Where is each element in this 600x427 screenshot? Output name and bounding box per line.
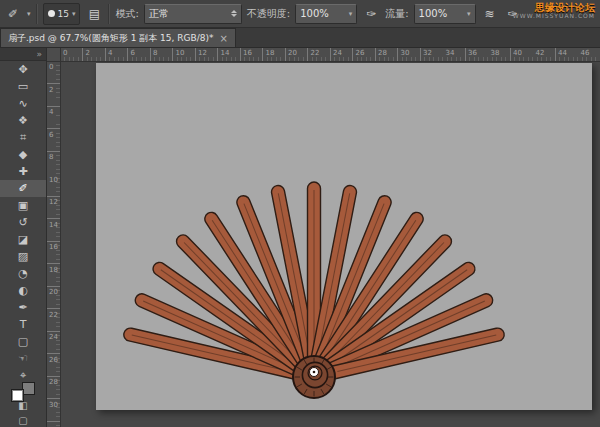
tool-dodge[interactable]: ◐ <box>0 282 46 299</box>
opacity-label: 不透明度: <box>247 7 290 21</box>
tool-blur[interactable]: ◔ <box>0 265 46 282</box>
separator <box>108 4 110 24</box>
ruler-label: 26 <box>356 49 365 57</box>
tab-bar: 扇子.psd @ 67.7%(圆角矩形 1 副本 15, RGB/8)* × <box>0 28 600 48</box>
opacity-value: 100% <box>300 8 329 19</box>
canvas[interactable] <box>96 63 592 410</box>
brush-size-value: 15 <box>58 9 69 19</box>
tool-type[interactable]: T <box>0 316 46 333</box>
tool-clone-stamp[interactable]: ▣ <box>0 197 46 214</box>
ruler-label: 14 <box>221 49 230 57</box>
mode-label: 模式: <box>115 7 138 21</box>
horizontal-ruler[interactable]: 0246810121416182022242628303234363840424… <box>61 48 600 62</box>
ruler-label: 12 <box>198 49 207 57</box>
ruler-label: 10 <box>49 176 58 184</box>
ruler-label: 46 <box>581 49 590 57</box>
tool-shape[interactable]: ▢ <box>0 333 46 350</box>
watermark-url: WWW.MISSYUAN.COM <box>513 13 595 20</box>
ruler-label: 28 <box>378 49 387 57</box>
fan-hub <box>293 356 335 398</box>
options-bar: ✐ ▾ 15 ▾ ▤ 模式: 正常 不透明度: 100% ▾ ✑ 流量: 100… <box>0 0 600 28</box>
color-swatches[interactable] <box>10 388 36 396</box>
tool-eraser[interactable]: ◪ <box>0 231 46 248</box>
tool-preset-arrow-icon[interactable]: ▾ <box>27 10 31 18</box>
fan-slats <box>123 182 506 380</box>
tool-eyedropper[interactable]: ◆ <box>0 146 46 163</box>
tool-move[interactable]: ✥ <box>0 61 46 78</box>
ruler-label: 8 <box>49 153 53 161</box>
ruler-label: 26 <box>49 356 58 364</box>
tool-brush[interactable]: ✐ <box>0 180 46 197</box>
pasteboard[interactable] <box>61 62 600 427</box>
blend-mode-value: 正常 <box>149 7 169 21</box>
ruler-label: 44 <box>558 49 567 57</box>
screen-mode-icon[interactable]: ▢ <box>0 413 46 427</box>
ruler-label: 36 <box>468 49 477 57</box>
tool-marquee[interactable]: ▭ <box>0 78 46 95</box>
flow-select[interactable]: 100% ▾ <box>414 4 476 24</box>
ruler-corner <box>47 48 61 62</box>
toggle-brush-panel-icon[interactable]: ▤ <box>85 7 103 21</box>
photoshop-window: ✐ ▾ 15 ▾ ▤ 模式: 正常 不透明度: 100% ▾ ✑ 流量: 100… <box>0 0 600 427</box>
ruler-label: 30 <box>401 49 410 57</box>
tool-list: ✥▭∿❖⌗◆✚✐▣↺◪▨◔◐✒T▢☜⌖ <box>0 61 46 384</box>
ruler-label: 4 <box>108 49 112 57</box>
tool-healing-brush[interactable]: ✚ <box>0 163 46 180</box>
ruler-label: 0 <box>49 63 53 71</box>
ruler-label: 30 <box>49 401 58 409</box>
toolbox-collapse-icon[interactable]: » <box>0 48 46 61</box>
document-area: 0246810121416182022242628303234363840424… <box>47 48 600 427</box>
watermark: 思缘设计论坛 WWW.MISSYUAN.COM <box>513 2 595 20</box>
ruler-label: 18 <box>49 266 58 274</box>
ruler-label: 24 <box>49 333 58 341</box>
ruler-label: 6 <box>49 131 53 139</box>
main-area: » ✥▭∿❖⌗◆✚✐▣↺◪▨◔◐✒T▢☜⌖ ◧ ▢ 02468101214161… <box>0 48 600 427</box>
document-title: 扇子.psd @ 67.7%(圆角矩形 1 副本 15, RGB/8)* <box>8 32 213 45</box>
ruler-label: 24 <box>333 49 342 57</box>
flow-label: 流量: <box>385 7 408 21</box>
tab-close-icon[interactable]: × <box>219 33 227 44</box>
foreground-color-swatch[interactable] <box>11 389 24 402</box>
tool-history-brush[interactable]: ↺ <box>0 214 46 231</box>
airbrush-icon[interactable]: ≋ <box>481 7 499 21</box>
ruler-label: 0 <box>63 49 67 57</box>
pressure-opacity-icon[interactable]: ✑ <box>362 7 380 21</box>
ruler-label: 2 <box>86 49 90 57</box>
ruler-label: 32 <box>423 49 432 57</box>
flow-value: 100% <box>419 8 448 19</box>
brush-tip-preview-icon <box>48 10 55 17</box>
ruler-label: 20 <box>288 49 297 57</box>
ruler-label: 20 <box>49 288 58 296</box>
tool-quick-selection[interactable]: ❖ <box>0 112 46 129</box>
ruler-label: 14 <box>49 221 58 229</box>
ruler-label: 8 <box>153 49 157 57</box>
tool-lasso[interactable]: ∿ <box>0 95 46 112</box>
brush-tool-icon[interactable]: ✐ <box>4 7 22 21</box>
ruler-label: 38 <box>491 49 500 57</box>
ruler-label: 42 <box>536 49 545 57</box>
blend-mode-select[interactable]: 正常 <box>144 4 242 24</box>
ruler-label: 10 <box>176 49 185 57</box>
chevron-down-icon: ▾ <box>349 10 353 18</box>
ruler-label: 22 <box>49 311 58 319</box>
vertical-ruler[interactable]: 024681012141618202224262830 <box>47 62 61 427</box>
separator <box>36 4 38 24</box>
tool-gradient[interactable]: ▨ <box>0 248 46 265</box>
ruler-label: 4 <box>49 108 53 116</box>
chevron-down-icon: ▾ <box>467 10 471 18</box>
toolbox: » ✥▭∿❖⌗◆✚✐▣↺◪▨◔◐✒T▢☜⌖ ◧ ▢ <box>0 48 47 427</box>
ruler-label: 6 <box>131 49 135 57</box>
brush-preset-picker[interactable]: 15 ▾ <box>43 3 81 25</box>
chevron-down-icon: ▾ <box>72 10 76 18</box>
ruler-label: 18 <box>266 49 275 57</box>
tool-hand[interactable]: ☜ <box>0 350 46 367</box>
tool-crop[interactable]: ⌗ <box>0 129 46 146</box>
ruler-label: 28 <box>49 378 58 386</box>
spinner-icon <box>231 10 237 17</box>
ruler-label: 16 <box>243 49 252 57</box>
tool-pen[interactable]: ✒ <box>0 299 46 316</box>
ruler-label: 34 <box>446 49 455 57</box>
fan-graphic <box>96 63 592 410</box>
document-tab[interactable]: 扇子.psd @ 67.7%(圆角矩形 1 副本 15, RGB/8)* × <box>0 28 236 47</box>
opacity-select[interactable]: 100% ▾ <box>295 4 357 24</box>
